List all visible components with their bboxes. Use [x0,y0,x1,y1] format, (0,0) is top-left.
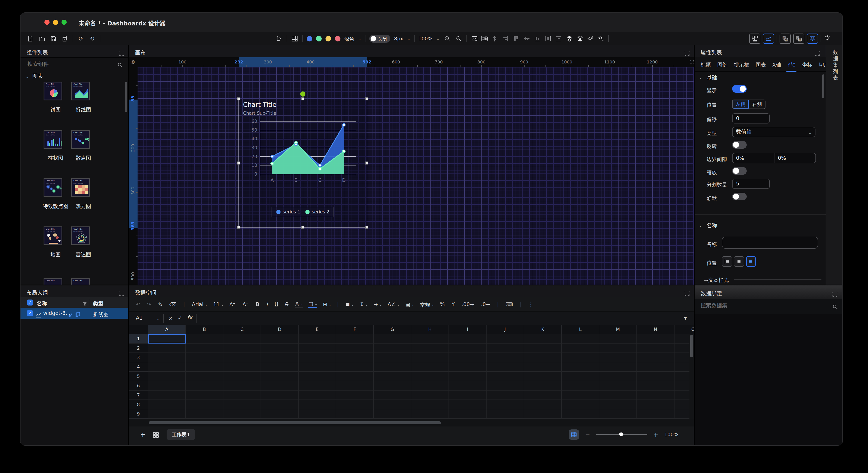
align-left-icon[interactable] [480,35,488,42]
spreadsheet-toolbar-item[interactable]: % [440,301,446,307]
spreadsheet-toolbar-item[interactable]: ⋮ [528,301,535,307]
spreadsheet-toolbar-item[interactable]: .0← [481,301,492,307]
sheet-tab[interactable]: 工作表1 [166,429,195,440]
boundary-gap-inputs[interactable]: 0% 0% [732,153,816,163]
show-toggle[interactable] [732,85,747,93]
snap-toggle[interactable]: 关闭 [369,35,390,43]
cancel-formula-icon[interactable]: × [168,315,173,321]
column-header-C[interactable]: C [223,325,261,334]
name-position-start-button[interactable] [722,256,732,267]
row-header-9[interactable]: 9 [129,409,148,419]
minimize-window-button[interactable] [53,20,58,25]
column-header-H[interactable]: H [411,325,449,334]
resize-handle-w[interactable] [237,161,240,165]
chevron-down-icon[interactable]: ⌄ [699,223,702,228]
column-type-header[interactable]: 类型 [93,299,103,307]
spreadsheet-toolbar-item[interactable]: | [183,301,186,307]
expand-panel-icon[interactable] [833,290,837,295]
component-card-partial[interactable]: Chart Title [43,278,62,285]
position-right-option[interactable]: 右侧 [749,100,765,109]
axis-name-input[interactable] [722,237,818,249]
expand-panel-icon[interactable] [685,49,689,54]
spreadsheet-toolbar-item[interactable]: A⁺ [229,301,237,307]
spreadsheet-toolbar-item[interactable]: ✎ [158,301,164,307]
bring-to-front-icon[interactable] [565,35,573,42]
row-checkbox[interactable]: ✓ [27,310,33,316]
align-top-icon[interactable] [512,35,520,42]
distribute-vertical-icon[interactable] [555,35,563,42]
bring-forward-icon[interactable] [587,35,595,42]
zoom-window-button[interactable] [62,20,67,25]
align-bottom-icon[interactable] [533,35,541,42]
spreadsheet-toolbar-item[interactable]: ¥ [452,301,456,307]
confirm-formula-icon[interactable]: ✓ [178,315,182,321]
spreadsheet-toolbar-item[interactable]: ▣⌄ [405,301,414,307]
translate-to-en-button[interactable]: 文En [780,33,791,44]
properties-tab[interactable]: Y轴 [787,61,796,68]
os-theme-button[interactable]: OS [807,33,818,44]
grid-view-button[interactable] [569,430,579,440]
row-header-1[interactable]: 1 [129,334,148,344]
select-all-cells-corner[interactable] [129,325,148,334]
translate-to-zh-button[interactable]: En文 [793,33,804,44]
sheet-vscrollbar[interactable] [689,334,694,419]
column-header-M[interactable]: M [599,325,637,334]
spreadsheet-toolbar-item[interactable]: ≡⌄ [346,301,354,307]
position-left-option[interactable]: 左侧 [733,100,749,109]
expand-panel-icon[interactable] [119,289,124,294]
silent-toggle[interactable] [732,193,747,200]
save-as-icon[interactable] [61,35,69,42]
component-card-scatter[interactable]: Chart TitleChart Sub-Title [71,130,90,149]
component-card-heatmap[interactable]: Chart TitleChart Sub-Title [71,178,90,197]
collapse-formula-icon[interactable]: ▼ [684,316,687,320]
spreadsheet-toolbar-item[interactable]: I [266,301,269,307]
offset-input[interactable] [732,113,770,123]
properties-tab[interactable]: 图表 [756,61,766,68]
column-header-J[interactable]: J [487,325,524,334]
spreadsheet-toolbar-item[interactable]: ⌨ [505,301,514,307]
spreadsheet-toolbar-item[interactable]: ▨⌄ [308,301,317,308]
resize-handle-se[interactable] [365,226,368,229]
spreadsheet-toolbar-item[interactable]: B [255,301,260,307]
text-style-link[interactable]: →文本样式 [704,276,729,284]
spreadsheet-toolbar-item[interactable]: ↦⌄ [374,301,382,307]
legend-item[interactable]: series 1 [276,209,300,214]
palette-color-blue[interactable] [307,36,312,41]
name-position-middle-button[interactable] [734,256,744,267]
send-backward-icon[interactable] [598,35,605,42]
select-all-checkbox[interactable]: ✓ [27,299,33,305]
split-number-input[interactable] [732,179,770,189]
resize-handle-ne[interactable] [365,97,368,100]
column-header-D[interactable]: D [261,325,299,334]
component-card-line[interactable]: Chart TitleChart Sub-Title [71,82,90,100]
undo-icon[interactable]: ↺ [77,35,85,42]
column-header-E[interactable]: E [299,325,336,334]
zoom-out-button[interactable]: − [585,431,590,438]
spreadsheet-toolbar-item[interactable]: Arial⌄ [192,301,208,307]
name-section-header[interactable]: 名称 [707,221,717,229]
components-scrollbar[interactable] [125,82,127,112]
axis-type-select[interactable]: 数值轴 ⌄ [732,127,815,137]
layout-mode-button[interactable] [749,33,761,44]
new-file-icon[interactable] [27,35,34,42]
expand-panel-icon[interactable] [685,289,689,294]
spreadsheet-toolbar-item[interactable]: S [285,301,290,307]
row-header-2[interactable]: 2 [129,344,148,353]
row-header-3[interactable]: 3 [129,353,148,362]
chart-section-header[interactable]: ⌄ 图表 [26,72,43,80]
chevron-down-icon[interactable]: ⌄ [156,316,159,321]
theme-lightbulb-icon[interactable] [824,35,831,42]
chart-legend[interactable]: series 1series 2 [272,207,334,217]
spreadsheet-toolbar-item[interactable]: | [520,301,523,307]
properties-tab[interactable]: 坐标 [802,61,812,68]
fx-icon[interactable]: fx [187,315,192,321]
grid-size-select[interactable]: 8px [394,36,403,41]
column-header-O[interactable]: O [675,325,694,334]
column-header-A[interactable]: A [148,325,186,334]
pointer-tool-icon[interactable] [275,35,283,42]
add-sheet-button[interactable]: + [140,431,146,438]
open-file-icon[interactable] [38,35,46,42]
dataset-list-strip[interactable]: 数据集列表 [826,45,842,285]
zoom-out-icon[interactable] [455,35,463,42]
zoom-in-button[interactable]: + [653,431,658,438]
